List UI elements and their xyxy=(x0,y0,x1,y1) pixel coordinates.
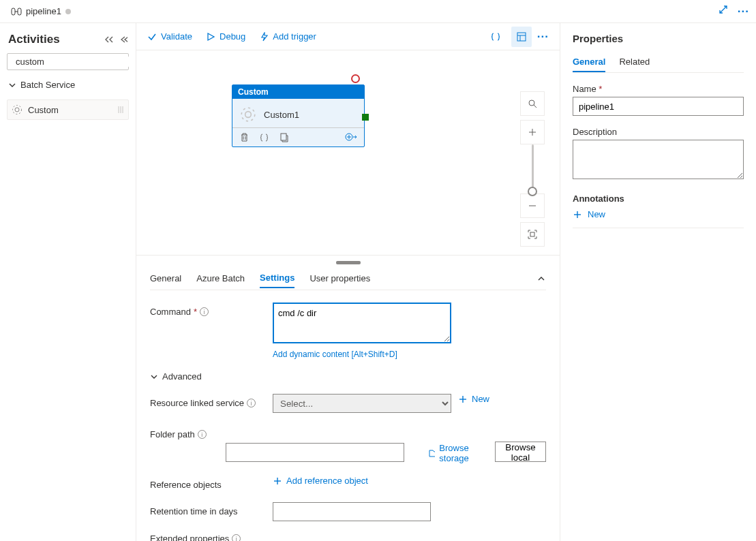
expand-icon[interactable] xyxy=(719,5,728,18)
zoom-slider-thumb[interactable] xyxy=(528,187,537,196)
advanced-label: Advanced xyxy=(162,371,202,382)
add-dynamic-content-link[interactable]: Add dynamic content [Alt+Shift+D] xyxy=(273,350,451,359)
node-add-output-button[interactable] xyxy=(345,132,357,142)
debug-button[interactable]: Debug xyxy=(206,31,245,42)
info-icon[interactable]: i xyxy=(198,430,207,439)
name-field-label: Name * xyxy=(573,84,744,94)
trigger-icon xyxy=(259,32,269,42)
zoom-out-button[interactable] xyxy=(520,194,545,218)
delete-node-button[interactable] xyxy=(239,132,250,142)
new-label: New xyxy=(472,394,489,404)
group-batch-service[interactable]: Batch Service xyxy=(7,77,129,93)
extended-properties-label: Extended properties i xyxy=(150,534,546,541)
new-annotation-button[interactable]: New xyxy=(573,209,744,228)
braces-icon xyxy=(490,31,501,42)
svg-rect-0 xyxy=(12,8,15,15)
activities-search-input[interactable] xyxy=(16,57,130,67)
dirty-indicator-icon xyxy=(65,9,71,14)
activity-item-label: Custom xyxy=(28,105,59,115)
svg-rect-15 xyxy=(281,134,286,140)
collapse-all-icon[interactable] xyxy=(104,35,114,44)
svg-rect-24 xyxy=(530,232,534,236)
toolbar-more-icon[interactable]: ··· xyxy=(537,30,549,44)
folder-path-input[interactable] xyxy=(226,443,404,462)
svg-point-6 xyxy=(13,106,22,114)
browse-storage-button[interactable]: Browse storage xyxy=(429,443,474,463)
pipeline-description-input[interactable] xyxy=(573,140,744,179)
activity-item-custom[interactable]: Custom xyxy=(7,99,129,120)
properties-title: Properties xyxy=(573,33,744,44)
code-view-button[interactable] xyxy=(485,27,506,47)
more-actions-icon[interactable]: ··· xyxy=(738,5,749,18)
pipeline-icon xyxy=(11,7,22,16)
svg-point-14 xyxy=(241,108,255,121)
zoom-slider[interactable] xyxy=(532,144,534,194)
svg-rect-10 xyxy=(517,33,526,41)
node-type-label: Custom xyxy=(232,85,364,99)
new-linked-service-button[interactable]: New xyxy=(458,394,489,404)
chevron-down-icon xyxy=(8,81,16,89)
description-field-label: Description xyxy=(573,127,744,137)
check-icon xyxy=(147,32,157,42)
node-title: Custom1 xyxy=(264,110,299,120)
canvas-search-button[interactable] xyxy=(520,91,545,116)
fit-to-screen-button[interactable] xyxy=(520,222,545,247)
browse-local-button[interactable]: Browse local xyxy=(495,442,546,462)
plus-icon xyxy=(573,210,582,219)
add-reference-object-button[interactable]: Add reference object xyxy=(273,476,368,486)
search-icon xyxy=(528,99,537,108)
plus-icon xyxy=(273,476,282,486)
new-annotation-label: New xyxy=(588,209,605,219)
activities-search[interactable] xyxy=(7,53,129,70)
retention-time-label: Retention time in days xyxy=(150,502,266,516)
bottom-tab-settings[interactable]: Settings xyxy=(260,268,294,288)
add-reference-label: Add reference object xyxy=(286,476,368,486)
bottom-tab-general[interactable]: General xyxy=(150,269,181,288)
props-tab-related[interactable]: Related xyxy=(619,52,650,72)
node-code-button[interactable] xyxy=(259,132,269,142)
svg-point-13 xyxy=(245,112,252,118)
svg-rect-1 xyxy=(18,8,21,15)
info-icon[interactable]: i xyxy=(232,534,241,541)
plus-icon xyxy=(458,395,468,404)
activities-title: Activities xyxy=(8,33,60,46)
validation-error-icon xyxy=(351,74,360,83)
clone-node-button[interactable] xyxy=(279,132,289,142)
folder-path-label: Folder path i xyxy=(150,425,219,439)
editor-tab[interactable]: pipeline1 xyxy=(4,0,78,22)
add-trigger-button[interactable]: Add trigger xyxy=(259,31,316,42)
annotations-label: Annotations xyxy=(573,194,744,204)
command-input[interactable]: cmd /c dir xyxy=(273,303,451,343)
editor-tab-label: pipeline1 xyxy=(26,6,61,16)
retention-time-input[interactable] xyxy=(273,502,431,521)
plus-icon xyxy=(528,127,537,137)
command-label: Command* i xyxy=(150,303,266,317)
chevron-down-icon xyxy=(150,373,158,381)
panel-resize-handle[interactable] xyxy=(336,261,361,264)
properties-button[interactable] xyxy=(511,27,532,47)
bottom-tab-azure-batch[interactable]: Azure Batch xyxy=(196,269,245,288)
activity-node-custom1[interactable]: Custom Custom1 xyxy=(232,84,365,147)
validate-label: Validate xyxy=(161,31,192,42)
hide-panel-icon[interactable] xyxy=(121,35,127,44)
gear-icon xyxy=(12,104,22,115)
resource-linked-service-select[interactable]: Select... xyxy=(273,394,451,413)
validate-button[interactable]: Validate xyxy=(147,31,192,42)
pipeline-canvas[interactable]: Custom Custom1 xyxy=(136,50,560,255)
collapse-panel-button[interactable] xyxy=(536,274,546,283)
fit-icon xyxy=(527,229,538,240)
bottom-tab-user-properties[interactable]: User properties xyxy=(309,269,370,288)
add-output-icon xyxy=(345,132,357,142)
success-connector[interactable] xyxy=(362,114,369,121)
props-tab-general[interactable]: General xyxy=(573,52,605,72)
minus-icon xyxy=(528,201,537,211)
zoom-in-button[interactable] xyxy=(520,120,545,144)
svg-point-5 xyxy=(15,108,19,112)
chevron-up-icon xyxy=(536,274,546,283)
advanced-section-toggle[interactable]: Advanced xyxy=(150,371,546,382)
browse-storage-label: Browse storage xyxy=(439,443,474,463)
group-label: Batch Service xyxy=(20,80,75,90)
pipeline-name-input[interactable] xyxy=(573,97,744,116)
info-icon[interactable]: i xyxy=(200,307,209,316)
info-icon[interactable]: i xyxy=(247,399,256,407)
